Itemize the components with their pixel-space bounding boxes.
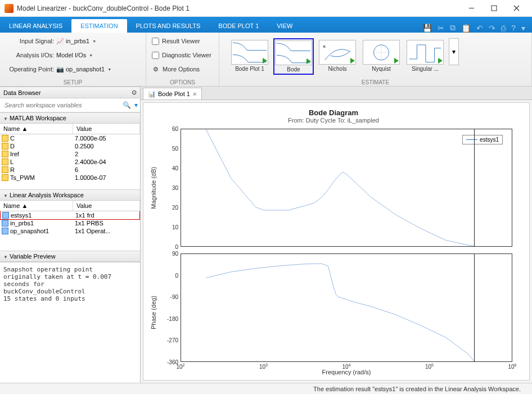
linear-analysis-workspace-header[interactable]: Linear Analysis Workspace: [0, 189, 140, 201]
window-title: Model Linearizer - buckConv_doubleContro…: [17, 4, 460, 12]
cut-icon[interactable]: ✂: [438, 24, 444, 33]
estimate-singular-[interactable]: Singular ...: [405, 38, 445, 74]
ws1-columns: Name ▲ Value: [0, 124, 140, 134]
group-label-setup: SETUP: [0, 79, 146, 85]
tab-estimation[interactable]: ESTIMATION: [71, 19, 127, 33]
ws2-columns: Name ▲ Value: [0, 201, 140, 211]
variable-preview-text: Snapshot operating point originally take…: [0, 262, 140, 383]
estimate-bode[interactable]: Bode: [273, 38, 314, 75]
diagnostic-viewer-checkbox[interactable]: Diagnostic Viewer: [152, 49, 213, 61]
operating-point-label: Operating Point:: [6, 66, 54, 73]
search-row: 🔍▾: [0, 98, 140, 112]
group-label-estimate: ESTIMATE: [219, 79, 531, 85]
ribbon: Input Signal: 📈in_prbs1 Analysis I/Os: M…: [0, 33, 532, 87]
search-dropdown-icon[interactable]: ▾: [134, 101, 138, 109]
plot-subtitle: From: Duty Cycle To: iL_sampled: [288, 117, 379, 124]
analysis-ios-label: Analysis I/Os:: [6, 52, 54, 58]
xlabel: Frequency (rad/s): [181, 369, 512, 375]
undo-icon[interactable]: ↶: [476, 24, 483, 33]
tab-linear-analysis[interactable]: LINEAR ANALYSIS: [0, 19, 71, 33]
ws1-col-value[interactable]: Value: [73, 124, 140, 134]
svg-text:×: ×: [323, 43, 326, 49]
var-Ts_PWM[interactable]: Ts_PWM1.0000e-07: [0, 174, 140, 182]
var-C[interactable]: C7.0000e-05: [0, 134, 140, 142]
mag-ylabel: Magnitude (dB): [149, 126, 158, 250]
phase-ylabel: Phase (deg): [149, 251, 158, 374]
var-D[interactable]: D0.2500: [0, 142, 140, 150]
ws1-body[interactable]: C7.0000e-05D0.2500Iref2L2.4000e-04R6Ts_P…: [0, 134, 140, 189]
close-button[interactable]: [505, 1, 528, 16]
quick-access-toolbar: 💾 ✂ ⧉ 📋 ↶ ↷ ⎙ ? ▾: [422, 23, 532, 33]
result-viewer-checkbox[interactable]: Result Viewer: [152, 35, 213, 47]
redo-icon[interactable]: ↷: [489, 24, 495, 33]
minimize-button[interactable]: [460, 1, 483, 16]
svg-rect-1: [232, 40, 268, 52]
operating-point-dropdown[interactable]: 📷op_snapshot1: [56, 65, 111, 73]
plot-area: Bode Diagram From: Duty Cycle To: iL_sam…: [143, 102, 530, 381]
snapshot-icon: 📷: [56, 65, 64, 73]
save-icon[interactable]: 💾: [422, 24, 432, 33]
tab-bode-plot-1[interactable]: BODE PLOT 1: [209, 19, 268, 33]
app-icon: [4, 4, 13, 13]
paste-icon[interactable]: 📋: [461, 24, 471, 33]
document-area: 📊 Bode Plot 1 ✕ Bode Diagram From: Duty …: [141, 87, 532, 383]
ribbon-group-estimate: Bode Plot 1Bode×NicholsNyquistSingular .…: [219, 33, 532, 86]
var-L[interactable]: L2.4000e-04: [0, 158, 140, 166]
status-bar: The estimation result "estsys1" is creat…: [0, 383, 532, 394]
matlab-workspace-header[interactable]: MATLAB Workspace: [0, 112, 140, 124]
tab-plots-results[interactable]: PLOTS AND RESULTS: [127, 19, 210, 33]
close-doc-icon[interactable]: ✕: [192, 91, 197, 97]
estimate-bode-plot-1[interactable]: Bode Plot 1: [229, 38, 270, 74]
var-Iref[interactable]: Iref2: [0, 150, 140, 158]
data-browser-panel: Data Browser⊙ 🔍▾ MATLAB Workspace Name ▲…: [0, 87, 141, 383]
ribbon-group-setup: Input Signal: 📈in_prbs1 Analysis I/Os: M…: [0, 33, 146, 86]
document-tabs: 📊 Bode Plot 1 ✕: [141, 87, 532, 100]
doc-tab-bode[interactable]: 📊 Bode Plot 1 ✕: [143, 88, 202, 99]
input-signal-label: Input Signal:: [6, 38, 54, 44]
estimate-more[interactable]: ▾: [449, 38, 459, 65]
status-text: The estimation result "estsys1" is creat…: [313, 386, 521, 392]
analysis-ios-dropdown[interactable]: Model I/Os: [56, 52, 93, 58]
copy-icon[interactable]: ⧉: [450, 23, 456, 33]
help-icon[interactable]: ?: [511, 24, 516, 33]
ws2-col-name[interactable]: Name ▲: [0, 201, 73, 211]
input-signal-dropdown[interactable]: 📈in_prbs1: [56, 37, 96, 45]
ribbon-group-options: Result Viewer Diagnostic Viewer ⚙More Op…: [146, 33, 219, 86]
plot-title: Bode Diagram: [309, 108, 358, 117]
var-in_prbs1[interactable]: in_prbs11x1 PRBS: [0, 219, 140, 227]
ws1-col-name[interactable]: Name ▲: [0, 124, 73, 134]
search-input[interactable]: [2, 99, 123, 111]
group-label-options: OPTIONS: [146, 79, 219, 85]
ws2-col-value[interactable]: Value: [73, 201, 140, 211]
data-browser-header[interactable]: Data Browser⊙: [0, 87, 140, 98]
plot-icon: 📊: [148, 90, 156, 98]
signal-icon: 📈: [56, 37, 64, 45]
var-R[interactable]: R6: [0, 166, 140, 174]
phase-chart[interactable]: Phase (deg) -360-270-180-90090 102103104…: [149, 251, 518, 374]
expand-icon[interactable]: ▾: [521, 24, 525, 33]
panel-menu-icon[interactable]: ⊙: [132, 89, 137, 96]
magnitude-chart[interactable]: Magnitude (dB) 0102030405060 estsys1: [149, 126, 518, 250]
svg-rect-0: [492, 6, 497, 11]
variable-preview-header[interactable]: Variable Preview: [0, 251, 140, 262]
ws2-body[interactable]: estsys11x1 frdin_prbs11x1 PRBSop_snapsho…: [0, 211, 140, 251]
search-icon[interactable]: 🔍: [123, 101, 131, 109]
tab-view[interactable]: VIEW: [268, 19, 301, 33]
estimate-nyquist[interactable]: Nyquist: [361, 38, 402, 74]
estimate-nichols[interactable]: ×Nichols: [317, 38, 358, 74]
print-icon[interactable]: ⎙: [501, 24, 506, 33]
titlebar: Model Linearizer - buckConv_doubleContro…: [0, 0, 532, 17]
var-op_snapshot1[interactable]: op_snapshot11x1 Operat...: [0, 227, 140, 235]
toolstrip-tabs: LINEAR ANALYSIS ESTIMATION PLOTS AND RES…: [0, 17, 532, 33]
var-estsys1[interactable]: estsys11x1 frd: [0, 211, 140, 220]
gear-icon: ⚙: [152, 65, 160, 73]
maximize-button[interactable]: [483, 1, 505, 16]
more-options-button[interactable]: ⚙More Options: [152, 63, 213, 75]
